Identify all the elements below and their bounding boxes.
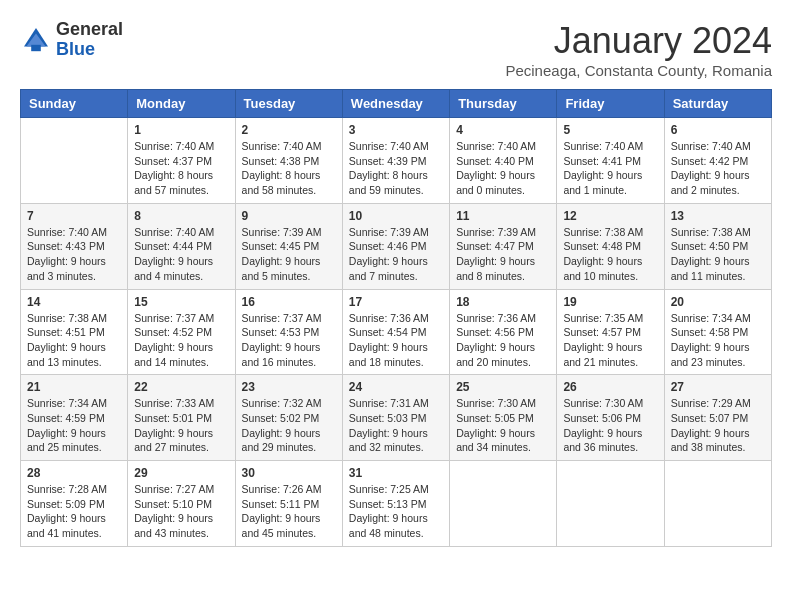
cell-line: and 1 minute. [563,183,657,198]
day-number: 5 [563,123,657,137]
calendar-cell: 18Sunrise: 7:36 AMSunset: 4:56 PMDayligh… [450,289,557,375]
calendar-cell: 1Sunrise: 7:40 AMSunset: 4:37 PMDaylight… [128,118,235,204]
cell-line: Sunrise: 7:40 AM [242,139,336,154]
cell-line: Daylight: 8 hours [134,168,228,183]
day-number: 19 [563,295,657,309]
day-number: 15 [134,295,228,309]
cell-line: Sunset: 4:59 PM [27,411,121,426]
cell-line: Daylight: 9 hours [134,340,228,355]
cell-line: Sunset: 4:40 PM [456,154,550,169]
cell-line: Sunrise: 7:38 AM [27,311,121,326]
calendar-cell: 22Sunrise: 7:33 AMSunset: 5:01 PMDayligh… [128,375,235,461]
cell-line: Sunrise: 7:39 AM [349,225,443,240]
calendar-cell: 16Sunrise: 7:37 AMSunset: 4:53 PMDayligh… [235,289,342,375]
calendar-cell: 3Sunrise: 7:40 AMSunset: 4:39 PMDaylight… [342,118,449,204]
calendar-cell: 24Sunrise: 7:31 AMSunset: 5:03 PMDayligh… [342,375,449,461]
cell-line: and 32 minutes. [349,440,443,455]
cell-line: Daylight: 9 hours [563,168,657,183]
calendar-cell: 17Sunrise: 7:36 AMSunset: 4:54 PMDayligh… [342,289,449,375]
cell-line: Daylight: 9 hours [134,511,228,526]
cell-line: and 34 minutes. [456,440,550,455]
cell-content: Sunrise: 7:31 AMSunset: 5:03 PMDaylight:… [349,396,443,455]
cell-line: and 27 minutes. [134,440,228,455]
calendar-cell: 12Sunrise: 7:38 AMSunset: 4:48 PMDayligh… [557,203,664,289]
calendar-table: SundayMondayTuesdayWednesdayThursdayFrid… [20,89,772,547]
cell-line: Daylight: 9 hours [671,254,765,269]
calendar-cell [21,118,128,204]
cell-line: Sunrise: 7:40 AM [563,139,657,154]
day-number: 26 [563,380,657,394]
cell-line: Daylight: 9 hours [242,511,336,526]
day-number: 3 [349,123,443,137]
page-header: General Blue January 2024 Pecineaga, Con… [20,20,772,79]
calendar-cell: 7Sunrise: 7:40 AMSunset: 4:43 PMDaylight… [21,203,128,289]
cell-line: Sunset: 4:41 PM [563,154,657,169]
day-number: 21 [27,380,121,394]
cell-line: Sunrise: 7:37 AM [242,311,336,326]
cell-line: Sunrise: 7:27 AM [134,482,228,497]
cell-line: Sunset: 4:38 PM [242,154,336,169]
cell-content: Sunrise: 7:34 AMSunset: 4:58 PMDaylight:… [671,311,765,370]
cell-line: Sunset: 4:53 PM [242,325,336,340]
cell-line: and 8 minutes. [456,269,550,284]
cell-line: Sunrise: 7:32 AM [242,396,336,411]
day-number: 29 [134,466,228,480]
cell-line: and 29 minutes. [242,440,336,455]
weekday-header-friday: Friday [557,90,664,118]
cell-line: and 48 minutes. [349,526,443,541]
cell-content: Sunrise: 7:40 AMSunset: 4:39 PMDaylight:… [349,139,443,198]
cell-line: Sunrise: 7:40 AM [456,139,550,154]
cell-line: Daylight: 9 hours [456,426,550,441]
calendar-cell: 23Sunrise: 7:32 AMSunset: 5:02 PMDayligh… [235,375,342,461]
day-number: 13 [671,209,765,223]
day-number: 30 [242,466,336,480]
day-number: 31 [349,466,443,480]
cell-line: Sunset: 4:57 PM [563,325,657,340]
cell-line: Daylight: 9 hours [27,340,121,355]
cell-line: Sunrise: 7:30 AM [456,396,550,411]
day-number: 2 [242,123,336,137]
day-number: 27 [671,380,765,394]
calendar-cell: 5Sunrise: 7:40 AMSunset: 4:41 PMDaylight… [557,118,664,204]
day-number: 12 [563,209,657,223]
cell-content: Sunrise: 7:39 AMSunset: 4:45 PMDaylight:… [242,225,336,284]
cell-content: Sunrise: 7:26 AMSunset: 5:11 PMDaylight:… [242,482,336,541]
cell-line: and 0 minutes. [456,183,550,198]
cell-line: Sunrise: 7:31 AM [349,396,443,411]
day-number: 8 [134,209,228,223]
day-number: 22 [134,380,228,394]
cell-line: Sunset: 5:06 PM [563,411,657,426]
day-number: 4 [456,123,550,137]
cell-line: and 43 minutes. [134,526,228,541]
cell-line: Daylight: 9 hours [671,426,765,441]
weekday-header-wednesday: Wednesday [342,90,449,118]
cell-line: Sunrise: 7:38 AM [671,225,765,240]
cell-line: Sunset: 4:48 PM [563,239,657,254]
day-number: 18 [456,295,550,309]
title-section: January 2024 Pecineaga, Constanta County… [505,20,772,79]
day-number: 24 [349,380,443,394]
cell-line: and 21 minutes. [563,355,657,370]
cell-line: Sunset: 4:51 PM [27,325,121,340]
calendar-cell: 2Sunrise: 7:40 AMSunset: 4:38 PMDaylight… [235,118,342,204]
location-subtitle: Pecineaga, Constanta County, Romania [505,62,772,79]
cell-line: Sunset: 4:50 PM [671,239,765,254]
calendar-cell: 15Sunrise: 7:37 AMSunset: 4:52 PMDayligh… [128,289,235,375]
day-number: 7 [27,209,121,223]
day-number: 16 [242,295,336,309]
calendar-cell [664,461,771,547]
calendar-cell: 30Sunrise: 7:26 AMSunset: 5:11 PMDayligh… [235,461,342,547]
calendar-cell: 25Sunrise: 7:30 AMSunset: 5:05 PMDayligh… [450,375,557,461]
day-number: 25 [456,380,550,394]
day-number: 14 [27,295,121,309]
cell-line: Sunset: 4:45 PM [242,239,336,254]
cell-line: Sunrise: 7:29 AM [671,396,765,411]
cell-line: Sunrise: 7:40 AM [134,225,228,240]
cell-line: Daylight: 9 hours [349,340,443,355]
cell-line: and 14 minutes. [134,355,228,370]
cell-line: and 23 minutes. [671,355,765,370]
cell-line: Daylight: 9 hours [242,340,336,355]
cell-content: Sunrise: 7:38 AMSunset: 4:50 PMDaylight:… [671,225,765,284]
cell-line: and 58 minutes. [242,183,336,198]
cell-line: Sunset: 4:58 PM [671,325,765,340]
